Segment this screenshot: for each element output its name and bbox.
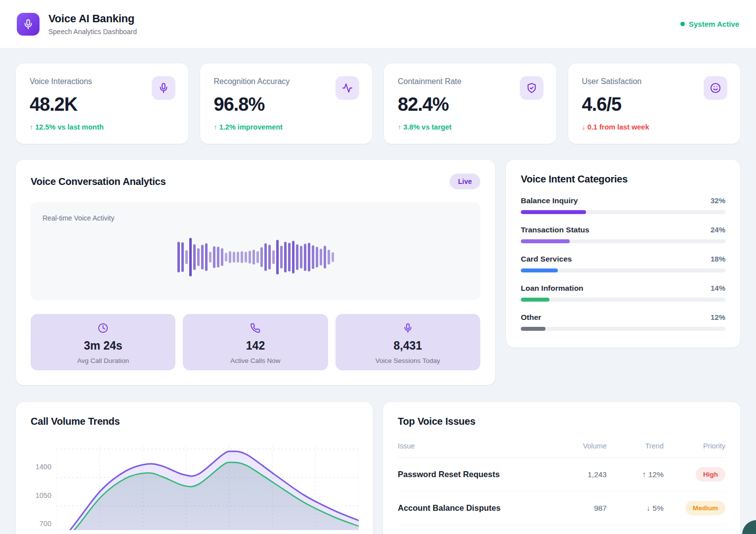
intent-row: Loan Information 14% [521,284,725,302]
issue-row: Password Reset Requests 1,243 ↑ 12% High [398,458,725,491]
issue-volume: 1,243 [560,470,607,479]
waveform-bar [316,247,318,267]
conversation-metrics-row: 3m 24s Avg Call Duration 142 Active Call… [31,314,480,370]
column-header: Priority [664,442,725,450]
waveform-bar [217,247,219,267]
metric-value: 3m 24s [36,339,170,353]
waveform-bar [256,251,259,263]
waveform-bar [209,252,211,263]
column-header: Issue [398,442,560,450]
intent-percentage: 14% [711,284,725,292]
waveform-bar [221,248,223,266]
status-dot-icon [680,22,685,26]
waveform-bar [296,244,298,270]
intent-row: Transaction Status 24% [521,225,725,243]
waveform-bar [268,245,271,269]
issue-row: Card Activation Errors 756 ↑ 8% High [398,525,725,534]
metric-value: 8,431 [340,339,475,353]
stat-card: Voice Interactions 48.2K ↑ 12.5% vs last… [16,63,188,144]
priority-badge: Medium [685,501,725,515]
chart-panel-title: Call Volume Trends [31,416,358,427]
intent-row: Other 12% [521,313,725,331]
issue-name: Account Balance Disputes [398,503,560,513]
area-chart-canvas [56,445,359,530]
voice-conversation-analytics-panel: Voice Conversation Analytics Live Real-t… [16,160,495,385]
system-status-badge: System Active [680,20,739,28]
intent-progress-track [521,239,725,243]
app-logo [17,13,40,36]
waveform-bar [193,244,196,270]
y-axis-tick: 700 [31,520,51,528]
intent-label: Balance Inquiry [521,196,578,205]
smile-icon [704,76,727,100]
voice-intent-categories-panel: Voice Intent Categories Balance Inquiry … [506,160,740,348]
waveform-bar [229,251,231,263]
conversation-metric-card: 142 Active Calls Now [183,314,328,370]
voice-waveform [31,225,480,289]
intent-label: Loan Information [521,284,584,293]
metric-label: Avg Call Duration [36,357,170,364]
status-label: System Active [689,20,739,28]
shield-check-icon [520,76,544,100]
waveform-bar [177,242,180,272]
issues-table: IssueVolumeTrendPriority Password Reset … [398,434,725,534]
phone-icon [188,323,323,335]
stat-delta: ↑ 12.5% vs last month [30,123,174,131]
y-axis-tick: 1400 [31,463,51,471]
waveform-bar [312,245,314,269]
intent-label: Card Services [521,255,572,264]
waveform-bar [284,242,287,272]
column-header: Trend [607,442,664,450]
stat-delta: ↓ 0.1 from last week [582,123,727,131]
metric-label: Voice Sessions Today [340,357,475,364]
issue-trend: ↑ 12% [607,470,664,479]
y-axis-tick: 1050 [31,491,51,499]
issues-table-header: IssueVolumeTrendPriority [398,434,725,458]
waveform-bar [185,250,188,264]
realtime-voice-activity-box: Real-time Voice Activity [31,202,480,300]
conversation-metric-card: 8,431 Voice Sessions Today [336,314,480,370]
intent-progress-track [521,210,725,214]
top-voice-issues-panel: Top Voice Issues IssueVolumeTrendPriorit… [383,402,740,534]
page-subtitle: Speech Analytics Dashboard [48,28,137,36]
intent-percentage: 24% [711,225,725,234]
call-volume-chart: 14001050700 [31,445,358,530]
intent-progress-track [521,268,725,272]
conversation-panel-title: Voice Conversation Analytics [31,176,166,187]
stat-delta: ↑ 3.8% vs target [398,123,543,131]
stat-card: User Satisfaction 4.6/5 ↓ 0.1 from last … [568,63,741,144]
waveform-bar [308,243,310,271]
intent-label: Transaction Status [521,225,589,234]
issues-panel-title: Top Voice Issues [398,416,725,427]
metric-value: 142 [188,339,323,353]
conversation-metric-card: 3m 24s Avg Call Duration [31,314,175,370]
waveform-bar [201,245,204,269]
page-title: Voice AI Banking [48,12,137,25]
intent-progress-fill [521,298,549,302]
stat-cards-row: Voice Interactions 48.2K ↑ 12.5% vs last… [16,63,740,144]
waveform-bar [237,252,239,263]
column-header: Volume [560,442,607,450]
stat-delta: ↑ 1.2% improvement [214,123,359,131]
mic-icon [340,323,475,335]
issue-name: Password Reset Requests [398,470,560,479]
stat-card: Recognition Accuracy 96.8% ↑ 1.2% improv… [200,63,373,144]
waveform-bar [280,246,283,268]
waveform-bar [328,250,330,265]
waveform-bar [213,246,215,268]
issue-trend: ↓ 5% [607,504,664,513]
stat-value: 82.4% [398,94,543,115]
intent-progress-fill [521,239,570,243]
issue-volume: 987 [560,504,607,513]
waveform-bar [197,248,200,266]
intent-percentage: 32% [711,196,725,205]
intent-progress-fill [521,327,546,331]
waveform-bar [252,250,255,265]
intent-label: Other [521,313,541,322]
waveform-bar [241,251,243,263]
waveform-bar [288,243,291,271]
waveform-bar [205,243,208,271]
clock-icon [36,323,170,335]
waveform-bar [181,242,184,272]
waveform-bar [249,251,251,264]
